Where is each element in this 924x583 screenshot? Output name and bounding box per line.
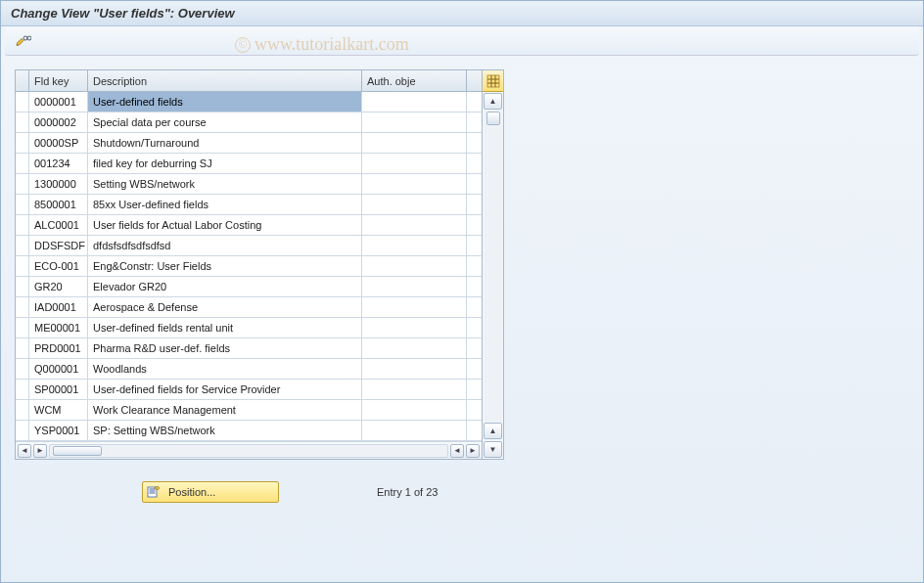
cell-fld-key[interactable]: GR20 — [29, 277, 88, 296]
cell-description[interactable]: Setting WBS/network — [88, 174, 362, 194]
table-row[interactable]: WCMWork Clearance Management — [16, 400, 482, 421]
cell-description[interactable]: User-defined fields for Service Provider — [88, 380, 362, 399]
table-settings-button[interactable] — [483, 70, 503, 92]
cell-description[interactable]: Elevador GR20 — [88, 277, 362, 296]
table-row[interactable]: 850000185xx User-defined fields — [16, 195, 482, 215]
table-row[interactable]: 0000001User-defined fields — [16, 92, 482, 112]
cell-auth-obj[interactable] — [362, 277, 467, 296]
column-fld-key[interactable]: Fld key — [29, 70, 88, 91]
cell-auth-obj[interactable] — [362, 133, 467, 153]
row-selector[interactable] — [16, 174, 29, 194]
row-selector[interactable] — [16, 256, 29, 276]
table-row[interactable]: IAD0001Aerospace & Defense — [16, 297, 482, 318]
cell-auth-obj[interactable] — [362, 318, 467, 337]
row-selector[interactable] — [16, 421, 29, 440]
cell-fld-key[interactable]: WCM — [29, 400, 88, 420]
row-selector[interactable] — [16, 277, 29, 296]
row-selector[interactable] — [16, 380, 29, 399]
row-selector[interactable] — [16, 359, 29, 379]
cell-auth-obj[interactable] — [362, 338, 467, 358]
cell-description[interactable]: Pharma R&D user-def. fields — [88, 338, 362, 358]
cell-fld-key[interactable]: 8500001 — [29, 195, 88, 214]
scroll-thumb[interactable] — [53, 446, 102, 456]
cell-fld-key[interactable]: DDSFSDF — [29, 236, 88, 255]
cell-description[interactable]: User-defined fields rental unit — [88, 318, 362, 337]
table-row[interactable]: Q000001Woodlands — [16, 359, 482, 380]
table-row[interactable]: PRD0001Pharma R&D user-def. fields — [16, 338, 482, 359]
position-button[interactable]: Position... — [142, 481, 279, 503]
cell-fld-key[interactable]: YSP0001 — [29, 421, 88, 440]
scroll-right-button[interactable]: ► — [33, 444, 47, 458]
cell-fld-key[interactable]: 0000002 — [29, 112, 88, 132]
cell-auth-obj[interactable] — [362, 154, 467, 173]
cell-auth-obj[interactable] — [362, 92, 467, 112]
row-selector[interactable] — [16, 215, 29, 235]
row-selector[interactable] — [16, 297, 29, 317]
scroll-left-end-button[interactable]: ◄ — [450, 444, 464, 458]
table-row[interactable]: ALC0001User fields for Actual Labor Cost… — [16, 215, 482, 236]
column-selector[interactable] — [16, 70, 29, 91]
scroll-up-small-button[interactable]: ▲ — [484, 423, 502, 439]
scroll-left-button[interactable]: ◄ — [18, 444, 31, 458]
cell-auth-obj[interactable] — [362, 112, 467, 132]
table-row[interactable]: 1300000Setting WBS/network — [16, 174, 482, 195]
table-row[interactable]: DDSFSDFdfdsfsdfsdfsdfsd — [16, 236, 482, 256]
cell-description[interactable]: Work Clearance Management — [88, 400, 362, 420]
column-description[interactable]: Description — [88, 70, 362, 91]
cell-auth-obj[interactable] — [362, 359, 467, 379]
cell-auth-obj[interactable] — [362, 400, 467, 420]
cell-description[interactable]: dfdsfsdfsdfsdfsd — [88, 236, 362, 255]
cell-auth-obj[interactable] — [362, 215, 467, 235]
cell-fld-key[interactable]: 00000SP — [29, 133, 88, 153]
cell-description[interactable]: filed key for deburring SJ — [88, 154, 362, 173]
cell-auth-obj[interactable] — [362, 195, 467, 214]
row-selector[interactable] — [16, 154, 29, 173]
cell-auth-obj[interactable] — [362, 297, 467, 317]
scroll-right-end-button[interactable]: ► — [466, 444, 480, 458]
cell-auth-obj[interactable] — [362, 236, 467, 255]
cell-auth-obj[interactable] — [362, 256, 467, 276]
row-selector[interactable] — [16, 195, 29, 214]
row-selector[interactable] — [16, 133, 29, 153]
cell-auth-obj[interactable] — [362, 380, 467, 399]
cell-description[interactable]: 85xx User-defined fields — [88, 195, 362, 214]
cell-auth-obj[interactable] — [362, 174, 467, 194]
row-selector[interactable] — [16, 318, 29, 337]
row-selector[interactable] — [16, 236, 29, 255]
table-row[interactable]: 00000SPShutdown/Turnaround — [16, 133, 482, 154]
cell-fld-key[interactable]: ALC0001 — [29, 215, 88, 235]
table-row[interactable]: ME00001User-defined fields rental unit — [16, 318, 482, 338]
cell-fld-key[interactable]: 1300000 — [29, 174, 88, 194]
cell-fld-key[interactable]: 001234 — [29, 154, 88, 173]
cell-description[interactable]: Special data per course — [88, 112, 362, 132]
cell-fld-key[interactable]: ME00001 — [29, 318, 88, 337]
cell-fld-key[interactable]: IAD0001 — [29, 297, 88, 317]
table-row[interactable]: 001234filed key for deburring SJ — [16, 154, 482, 174]
vscroll-thumb[interactable] — [486, 112, 500, 125]
table-row[interactable]: GR20Elevador GR20 — [16, 277, 482, 297]
cell-description[interactable]: SP: Setting WBS/network — [88, 421, 362, 440]
cell-fld-key[interactable]: 0000001 — [29, 92, 88, 112]
row-selector[interactable] — [16, 112, 29, 132]
toggle-display-change-button[interactable] — [13, 31, 34, 51]
row-selector[interactable] — [16, 92, 29, 112]
scroll-track[interactable] — [49, 444, 448, 458]
horizontal-scrollbar[interactable]: ◄ ► ◄ ► — [16, 441, 482, 459]
cell-description[interactable]: User fields for Actual Labor Costing — [88, 215, 362, 235]
cell-fld-key[interactable]: ECO-001 — [29, 256, 88, 276]
cell-description[interactable]: Eng&Constr: User Fields — [88, 256, 362, 276]
table-row[interactable]: SP00001User-defined fields for Service P… — [16, 380, 482, 400]
row-selector[interactable] — [16, 400, 29, 420]
cell-description[interactable]: User-defined fields — [88, 92, 362, 112]
cell-description[interactable]: Woodlands — [88, 359, 362, 379]
table-row[interactable]: YSP0001SP: Setting WBS/network — [16, 421, 482, 441]
vscroll-track[interactable] — [484, 111, 502, 422]
table-row[interactable]: ECO-001Eng&Constr: User Fields — [16, 256, 482, 277]
column-auth-obj[interactable]: Auth. obje — [362, 70, 467, 91]
scroll-up-button[interactable]: ▲ — [484, 93, 502, 110]
cell-description[interactable]: Shutdown/Turnaround — [88, 133, 362, 153]
row-selector[interactable] — [16, 338, 29, 358]
cell-auth-obj[interactable] — [362, 421, 467, 440]
cell-fld-key[interactable]: SP00001 — [29, 380, 88, 399]
table-row[interactable]: 0000002Special data per course — [16, 112, 482, 133]
